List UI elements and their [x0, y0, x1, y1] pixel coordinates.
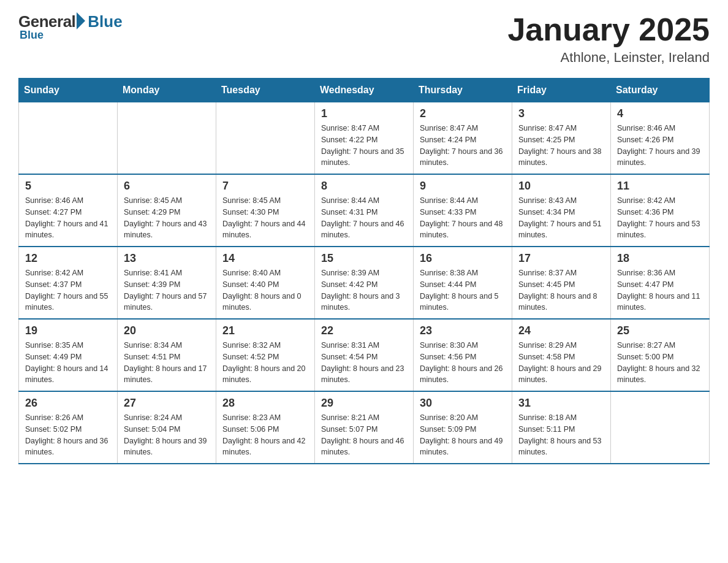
- calendar-cell: 19Sunrise: 8:35 AM Sunset: 4:49 PM Dayli…: [19, 319, 118, 391]
- day-info: Sunrise: 8:44 AM Sunset: 4:33 PM Dayligh…: [420, 195, 506, 241]
- day-number: 18: [617, 252, 703, 265]
- calendar-cell: 23Sunrise: 8:30 AM Sunset: 4:56 PM Dayli…: [414, 319, 512, 391]
- day-number: 20: [124, 324, 210, 337]
- day-info: Sunrise: 8:36 AM Sunset: 4:47 PM Dayligh…: [617, 267, 703, 313]
- calendar-cell: 30Sunrise: 8:20 AM Sunset: 5:09 PM Dayli…: [414, 391, 512, 464]
- header-sunday: Sunday: [19, 79, 118, 102]
- day-number: 27: [124, 397, 210, 410]
- calendar-cell: 22Sunrise: 8:31 AM Sunset: 4:54 PM Dayli…: [315, 319, 414, 391]
- calendar-cell: 12Sunrise: 8:42 AM Sunset: 4:37 PM Dayli…: [19, 247, 118, 319]
- day-number: 28: [222, 397, 308, 410]
- day-number: 7: [222, 180, 308, 193]
- day-info: Sunrise: 8:18 AM Sunset: 5:11 PM Dayligh…: [518, 412, 604, 458]
- calendar-cell: 1Sunrise: 8:47 AM Sunset: 4:22 PM Daylig…: [315, 102, 414, 175]
- calendar-cell: 26Sunrise: 8:26 AM Sunset: 5:02 PM Dayli…: [19, 391, 118, 464]
- calendar-cell: 17Sunrise: 8:37 AM Sunset: 4:45 PM Dayli…: [512, 247, 611, 319]
- day-number: 22: [321, 324, 407, 337]
- day-info: Sunrise: 8:47 AM Sunset: 4:25 PM Dayligh…: [518, 123, 604, 169]
- day-info: Sunrise: 8:20 AM Sunset: 5:09 PM Dayligh…: [420, 412, 506, 458]
- day-number: 13: [124, 252, 210, 265]
- day-info: Sunrise: 8:39 AM Sunset: 4:42 PM Dayligh…: [321, 267, 407, 313]
- day-info: Sunrise: 8:31 AM Sunset: 4:54 PM Dayligh…: [321, 340, 407, 386]
- calendar-cell: [216, 102, 315, 175]
- day-info: Sunrise: 8:41 AM Sunset: 4:39 PM Dayligh…: [124, 267, 210, 313]
- calendar-cell: 8Sunrise: 8:44 AM Sunset: 4:31 PM Daylig…: [315, 174, 414, 247]
- day-number: 11: [617, 180, 703, 193]
- calendar-cell: 20Sunrise: 8:34 AM Sunset: 4:51 PM Dayli…: [118, 319, 216, 391]
- day-info: Sunrise: 8:46 AM Sunset: 4:26 PM Dayligh…: [617, 123, 703, 169]
- day-info: Sunrise: 8:32 AM Sunset: 4:52 PM Dayligh…: [222, 340, 308, 386]
- day-info: Sunrise: 8:23 AM Sunset: 5:06 PM Dayligh…: [222, 412, 308, 458]
- day-number: 6: [124, 180, 210, 193]
- header-monday: Monday: [118, 79, 216, 102]
- page-title: January 2025: [507, 12, 710, 47]
- calendar-cell: 14Sunrise: 8:40 AM Sunset: 4:40 PM Dayli…: [216, 247, 315, 319]
- day-info: Sunrise: 8:21 AM Sunset: 5:07 PM Dayligh…: [321, 412, 407, 458]
- calendar-cell: 7Sunrise: 8:45 AM Sunset: 4:30 PM Daylig…: [216, 174, 315, 247]
- day-number: 8: [321, 180, 407, 193]
- calendar-cell: 28Sunrise: 8:23 AM Sunset: 5:06 PM Dayli…: [216, 391, 315, 464]
- day-info: Sunrise: 8:26 AM Sunset: 5:02 PM Dayligh…: [25, 412, 111, 458]
- day-number: 21: [222, 324, 308, 337]
- header-saturday: Saturday: [611, 79, 710, 102]
- header-friday: Friday: [512, 79, 611, 102]
- calendar-cell: 31Sunrise: 8:18 AM Sunset: 5:11 PM Dayli…: [512, 391, 611, 464]
- day-info: Sunrise: 8:35 AM Sunset: 4:49 PM Dayligh…: [25, 340, 111, 386]
- calendar-cell: 16Sunrise: 8:38 AM Sunset: 4:44 PM Dayli…: [414, 247, 512, 319]
- day-number: 15: [321, 252, 407, 265]
- day-number: 24: [518, 324, 604, 337]
- day-number: 4: [617, 107, 703, 120]
- day-info: Sunrise: 8:37 AM Sunset: 4:45 PM Dayligh…: [518, 267, 604, 313]
- day-info: Sunrise: 8:42 AM Sunset: 4:36 PM Dayligh…: [617, 195, 703, 241]
- day-number: 26: [25, 397, 111, 410]
- calendar-cell: 4Sunrise: 8:46 AM Sunset: 4:26 PM Daylig…: [611, 102, 710, 175]
- calendar-cell: 15Sunrise: 8:39 AM Sunset: 4:42 PM Dayli…: [315, 247, 414, 319]
- day-number: 12: [25, 252, 111, 265]
- calendar-cell: 2Sunrise: 8:47 AM Sunset: 4:24 PM Daylig…: [414, 102, 512, 175]
- day-number: 1: [321, 107, 407, 120]
- calendar-cell: 21Sunrise: 8:32 AM Sunset: 4:52 PM Dayli…: [216, 319, 315, 391]
- header-wednesday: Wednesday: [315, 79, 414, 102]
- calendar-week-4: 19Sunrise: 8:35 AM Sunset: 4:49 PM Dayli…: [19, 319, 710, 391]
- page-header: General Blue Blue January 2025 Athlone, …: [18, 12, 710, 66]
- calendar-cell: 18Sunrise: 8:36 AM Sunset: 4:47 PM Dayli…: [611, 247, 710, 319]
- calendar-cell: [611, 391, 710, 464]
- day-number: 31: [518, 397, 604, 410]
- calendar-cell: 5Sunrise: 8:46 AM Sunset: 4:27 PM Daylig…: [19, 174, 118, 247]
- calendar-week-1: 1Sunrise: 8:47 AM Sunset: 4:22 PM Daylig…: [19, 102, 710, 175]
- day-number: 25: [617, 324, 703, 337]
- day-number: 3: [518, 107, 604, 120]
- calendar-cell: [118, 102, 216, 175]
- calendar-cell: 9Sunrise: 8:44 AM Sunset: 4:33 PM Daylig…: [414, 174, 512, 247]
- calendar-cell: 10Sunrise: 8:43 AM Sunset: 4:34 PM Dayli…: [512, 174, 611, 247]
- title-block: January 2025 Athlone, Leinster, Ireland: [507, 12, 710, 66]
- day-info: Sunrise: 8:43 AM Sunset: 4:34 PM Dayligh…: [518, 195, 604, 241]
- day-info: Sunrise: 8:42 AM Sunset: 4:37 PM Dayligh…: [25, 267, 111, 313]
- day-info: Sunrise: 8:24 AM Sunset: 5:04 PM Dayligh…: [124, 412, 210, 458]
- calendar-cell: 27Sunrise: 8:24 AM Sunset: 5:04 PM Dayli…: [118, 391, 216, 464]
- calendar-table: SundayMondayTuesdayWednesdayThursdayFrid…: [18, 78, 710, 464]
- calendar-cell: 11Sunrise: 8:42 AM Sunset: 4:36 PM Dayli…: [611, 174, 710, 247]
- day-info: Sunrise: 8:29 AM Sunset: 4:58 PM Dayligh…: [518, 340, 604, 386]
- day-info: Sunrise: 8:44 AM Sunset: 4:31 PM Dayligh…: [321, 195, 407, 241]
- calendar-cell: 24Sunrise: 8:29 AM Sunset: 4:58 PM Dayli…: [512, 319, 611, 391]
- calendar-week-3: 12Sunrise: 8:42 AM Sunset: 4:37 PM Dayli…: [19, 247, 710, 319]
- logo-blue-text: Blue: [88, 12, 122, 31]
- logo: General Blue Blue: [18, 12, 123, 42]
- header-tuesday: Tuesday: [216, 79, 315, 102]
- calendar-cell: 25Sunrise: 8:27 AM Sunset: 5:00 PM Dayli…: [611, 319, 710, 391]
- page-subtitle: Athlone, Leinster, Ireland: [507, 50, 710, 66]
- day-info: Sunrise: 8:45 AM Sunset: 4:30 PM Dayligh…: [222, 195, 308, 241]
- calendar-week-5: 26Sunrise: 8:26 AM Sunset: 5:02 PM Dayli…: [19, 391, 710, 464]
- day-number: 10: [518, 180, 604, 193]
- calendar-cell: 3Sunrise: 8:47 AM Sunset: 4:25 PM Daylig…: [512, 102, 611, 175]
- day-number: 16: [420, 252, 506, 265]
- day-info: Sunrise: 8:47 AM Sunset: 4:22 PM Dayligh…: [321, 123, 407, 169]
- day-info: Sunrise: 8:46 AM Sunset: 4:27 PM Dayligh…: [25, 195, 111, 241]
- day-number: 30: [420, 397, 506, 410]
- day-info: Sunrise: 8:38 AM Sunset: 4:44 PM Dayligh…: [420, 267, 506, 313]
- day-number: 5: [25, 180, 111, 193]
- day-info: Sunrise: 8:27 AM Sunset: 5:00 PM Dayligh…: [617, 340, 703, 386]
- calendar-week-2: 5Sunrise: 8:46 AM Sunset: 4:27 PM Daylig…: [19, 174, 710, 247]
- logo-sub-text: Blue: [20, 29, 44, 42]
